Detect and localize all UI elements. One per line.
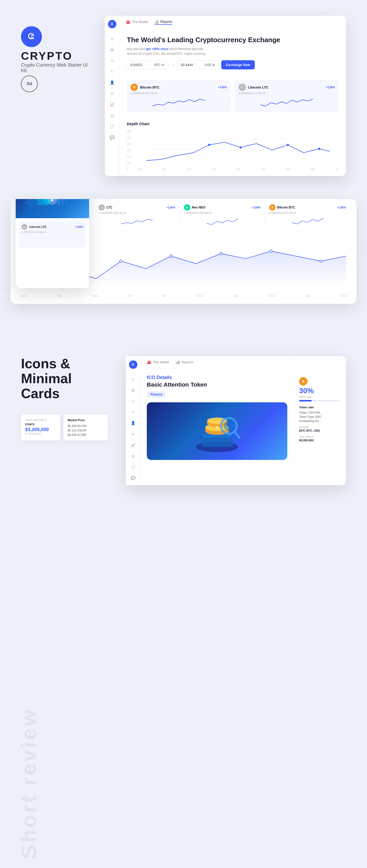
- short-review-label: Short review: [17, 708, 41, 859]
- amount-output[interactable]: [180, 63, 202, 67]
- wide-btc2-card: B Bitcoin BTC +135% 0.00000434 BTC $0.04: [265, 204, 350, 226]
- ico-sidebar-chat[interactable]: 💬: [130, 475, 136, 481]
- ico-sidebar-trend[interactable]: 📈: [130, 442, 136, 448]
- token-sale-card: Token sale ends in 8 DAYS $3,200,000 OF …: [21, 414, 60, 440]
- sidebar-card-icon[interactable]: ▤: [109, 113, 115, 118]
- svg-point-9: [239, 147, 242, 149]
- token-ticker: Ticker: CGCOIN: [299, 411, 341, 414]
- token-progress-bar: [299, 400, 341, 402]
- ico-details: ICO Details Basic Attention Token Financ…: [141, 369, 293, 466]
- exchange-input-from[interactable]: BTC ETH: [127, 61, 168, 69]
- currency-select-from[interactable]: BTC ETH: [153, 63, 165, 67]
- ico-subtitle: Basic Attention Token: [147, 381, 287, 388]
- token-accepts-value: EHT, BTC, USD: [299, 429, 341, 432]
- ico-tab-reports-label: Reports: [181, 360, 194, 364]
- depth-section: Depth Chart 300 250 200 150 100 50 0: [119, 117, 346, 176]
- mobile-ltc-sub: 0.00000635 NEO $0.04: [22, 231, 83, 234]
- sidebar-chat-icon[interactable]: 💬: [109, 135, 115, 141]
- market-price-label: Market Price: [68, 418, 104, 422]
- exchange-title: The World's Leading Cryptocurrency Excha…: [127, 36, 339, 44]
- mobile-ltc-name: Litecoin LTC: [29, 225, 47, 228]
- svg-point-32: [220, 252, 222, 255]
- sidebar-users-icon[interactable]: 👤: [109, 80, 115, 85]
- xd-badge: Xd: [21, 75, 38, 92]
- ltc-mini-chart: [238, 97, 335, 107]
- ltc-icon: L: [238, 84, 246, 91]
- amount-input[interactable]: [130, 63, 151, 67]
- exchange-button[interactable]: Exchange Now: [221, 60, 255, 69]
- token-total-value: 60,000,000: [299, 439, 341, 442]
- ico-tab-reports[interactable]: 📊 Reports: [175, 360, 194, 365]
- svg-point-30: [120, 260, 122, 262]
- middle-section: 🔍 ✉: [0, 199, 367, 304]
- token-sale-label: Token sale ends in: [25, 418, 56, 422]
- depth-title: Depth Chart: [127, 122, 339, 126]
- wide-neo-icon: N: [184, 204, 190, 211]
- sidebar-trend-icon[interactable]: 📈: [109, 102, 115, 107]
- ico-sidebar-doc[interactable]: 📄: [130, 464, 136, 470]
- ico-wallet-icon: 👛: [147, 360, 151, 364]
- exchange-input-to[interactable]: USD EUR: [177, 61, 219, 69]
- ico-tab-wallet[interactable]: 👛 The Wallet: [147, 360, 169, 365]
- section-heading: Icons & Minimal Cards: [21, 356, 110, 401]
- depth-chart-svg: [137, 129, 339, 166]
- ico-sidebar-users[interactable]: 👤: [130, 420, 136, 426]
- svg-point-1: [33, 38, 34, 39]
- hero-decoration: [16, 199, 89, 218]
- ltc-name: Litecoin LTC: [248, 85, 269, 89]
- token-coin-icon: B: [299, 377, 308, 385]
- large-chart-x-labels: 906 505 869 56 86 402 102 402 302 320: [21, 293, 346, 299]
- ico-topnav: 👛 The Wallet 📊 Reports: [141, 356, 293, 369]
- sidebar-bookmark-icon[interactable]: ⊞: [109, 91, 115, 96]
- app-topnav: 👛 The Wallet 📊 Reports: [119, 16, 346, 29]
- svg-rect-23: [65, 199, 68, 205]
- ico-image-card: [147, 402, 287, 460]
- app-content: 👛 The Wallet 📊 Reports The World's Leadi…: [119, 16, 346, 176]
- wide-btc-sub: 0.00000434 BTC $0.04: [269, 212, 346, 215]
- mobile-ltc-change: +135%: [75, 225, 83, 228]
- ico-sidebar-home[interactable]: ⌂: [130, 376, 136, 382]
- tab-wallet[interactable]: 👛 The Wallet: [126, 20, 148, 24]
- ico-sidebar-target[interactable]: ◎: [130, 398, 136, 404]
- ico-sidebar-grid[interactable]: ⊞: [130, 431, 136, 437]
- ico-sidebar-card[interactable]: ▤: [130, 453, 136, 459]
- token-progress-fill: [299, 400, 312, 402]
- currency-select-to[interactable]: USD EUR: [204, 63, 216, 67]
- ico-badge: Finance: [147, 391, 166, 398]
- sidebar-home-icon[interactable]: ⌂: [109, 36, 115, 41]
- btc-name: Bitcoin BTC: [140, 85, 160, 89]
- svg-point-10: [287, 144, 289, 146]
- ltc-sub: 0.00000434 LTC $0.04: [238, 92, 335, 95]
- wide-ltc-card: L LTC +135% 0.00000635 NEO $0.04: [94, 204, 180, 226]
- token-fundraising: Fundraising Go...: [299, 419, 341, 423]
- ico-sidebar-refresh[interactable]: ↻: [130, 409, 136, 415]
- sidebar-logo: [108, 20, 116, 28]
- wide-neo-card: N Neo NEO +135% 0.00000635 NEO $0.04: [180, 204, 265, 226]
- top-section: CRYPTO Crypto Currency Web Starter UI Ki…: [0, 0, 367, 189]
- ico-tab-wallet-label: The Wallet: [153, 360, 169, 364]
- exchange-arrow-icon: →: [170, 62, 175, 68]
- mobile-app-window: 🔍 ✉: [16, 199, 89, 288]
- page-wrapper: CRYPTO Crypto Currency Web Starter UI Ki…: [0, 0, 367, 868]
- tab-wallet-label: The Wallet: [132, 20, 148, 24]
- brand-logo: [21, 26, 42, 47]
- mini-cards-row: Token sale ends in 8 DAYS $3,200,000 OF …: [21, 414, 110, 440]
- branding-col: CRYPTO Crypto Currency Web Starter UI Ki…: [21, 16, 94, 189]
- sidebar-target-icon[interactable]: ◎: [109, 58, 115, 63]
- sidebar-chart-icon[interactable]: ▦: [109, 46, 115, 52]
- sidebar-doc-icon[interactable]: 📄: [109, 124, 115, 129]
- subtitle-bold: get +40% extra: [146, 47, 168, 51]
- svg-point-47: [216, 426, 218, 429]
- app-sidebar: ⌂ ▦ ◎ ↻ 👤 ⊞ 📈 ▤ 📄 💬: [105, 16, 119, 176]
- btc-icon: B: [131, 84, 138, 91]
- ico-sidebar-logo: [129, 361, 137, 369]
- mobile-coins-list: L Litecoin LTC +135% 0.00000635 NEO $0.0…: [16, 218, 89, 251]
- svg-line-46: [235, 432, 239, 438]
- ico-sidebar-chart[interactable]: ▦: [130, 387, 136, 393]
- wide-btc-icon: B: [269, 204, 276, 211]
- app-col: ⌂ ▦ ◎ ↻ 👤 ⊞ 📈 ▤ 📄 💬: [105, 16, 346, 189]
- sidebar-refresh-icon[interactable]: ↻: [109, 69, 115, 74]
- app-window-1: ⌂ ▦ ◎ ↻ 👤 ⊞ 📈 ▤ 📄 💬: [105, 16, 346, 176]
- ico-app-window: ⌂ ▦ ◎ ↻ 👤 ⊞ 📈 ▤ 📄 💬: [126, 356, 346, 485]
- tab-reports[interactable]: 📊 Reports: [154, 20, 172, 25]
